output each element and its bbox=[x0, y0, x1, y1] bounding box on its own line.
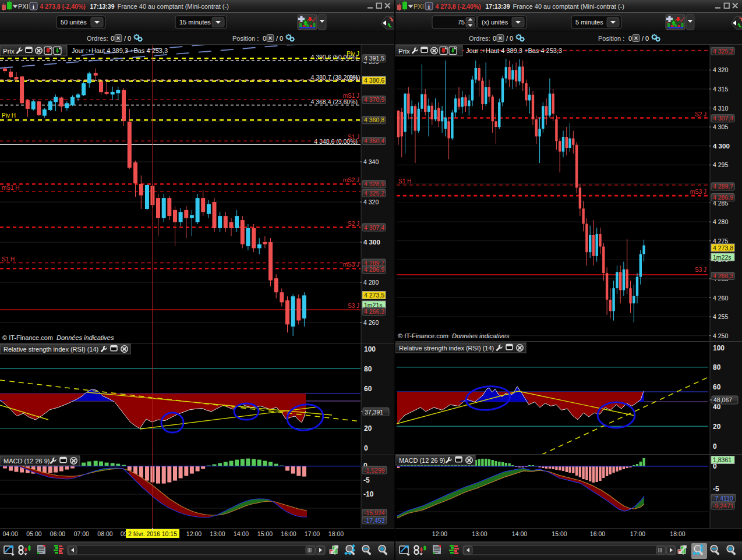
svg-text:4 300: 4 300 bbox=[713, 143, 730, 150]
svg-text:Ordres:: Ordres: bbox=[87, 35, 108, 42]
svg-text:15:00: 15:00 bbox=[552, 530, 567, 537]
svg-text:1,8361: 1,8361 bbox=[713, 456, 732, 463]
svg-text:-5: -5 bbox=[713, 485, 719, 493]
svg-text:Relative strength index (RSI): Relative strength index (RSI) (14) bbox=[399, 345, 494, 352]
svg-text:mS3 J: mS3 J bbox=[690, 189, 706, 195]
svg-text:S3 J: S3 J bbox=[348, 303, 359, 309]
svg-text:-1,5299: -1,5299 bbox=[364, 467, 385, 474]
svg-text:13:00: 13:00 bbox=[472, 530, 487, 537]
svg-text:-10: -10 bbox=[363, 490, 374, 498]
svg-text:4 286,9: 4 286,9 bbox=[364, 266, 384, 273]
svg-text:-7,4110: -7,4110 bbox=[713, 495, 733, 502]
svg-text:100: 100 bbox=[364, 345, 376, 353]
svg-text:48,067: 48,067 bbox=[713, 396, 732, 403]
svg-text:4 266,3: 4 266,3 bbox=[713, 272, 733, 279]
svg-text:17:00: 17:00 bbox=[305, 530, 320, 537]
svg-text:mS3 J: mS3 J bbox=[343, 261, 359, 268]
svg-text:0: 0 bbox=[628, 35, 632, 42]
svg-text:MACD (12 26 9): MACD (12 26 9) bbox=[399, 457, 445, 464]
svg-text:5 minutes: 5 minutes bbox=[575, 19, 603, 26]
svg-text:mS1 H: mS1 H bbox=[2, 185, 20, 191]
svg-text:S3 J: S3 J bbox=[695, 267, 706, 273]
svg-text:4 266,3: 4 266,3 bbox=[364, 308, 384, 315]
svg-text:/ 0: / 0 bbox=[642, 35, 649, 42]
svg-text:Prix: Prix bbox=[3, 48, 15, 55]
svg-text:4 391,5: 4 391,5 bbox=[364, 55, 384, 62]
svg-text:4 328,9: 4 328,9 bbox=[364, 180, 384, 187]
svg-text:16:00: 16:00 bbox=[590, 530, 605, 537]
svg-text:13:00: 13:00 bbox=[210, 530, 225, 537]
svg-text:4 315: 4 315 bbox=[713, 86, 728, 93]
svg-text:1m21s: 1m21s bbox=[364, 302, 383, 309]
svg-text:4 305: 4 305 bbox=[713, 123, 728, 130]
svg-text:Données indicatives: Données indicatives bbox=[452, 332, 510, 339]
svg-text:4 307,4: 4 307,4 bbox=[364, 224, 384, 231]
svg-text:Données indicatives: Données indicatives bbox=[56, 334, 114, 341]
svg-text:37,391: 37,391 bbox=[365, 409, 383, 416]
svg-text:France 40 au comptant (Mini-co: France 40 au comptant (Mini-contrat (-) bbox=[513, 3, 624, 10]
svg-text:Piv J: Piv J bbox=[347, 51, 359, 57]
svg-text:20: 20 bbox=[364, 424, 372, 433]
svg-text:04:00: 04:00 bbox=[2, 530, 17, 537]
svg-text:75: 75 bbox=[458, 19, 465, 26]
svg-text:4 260: 4 260 bbox=[713, 295, 728, 302]
svg-text:80: 80 bbox=[364, 365, 372, 373]
svg-text:17:00: 17:00 bbox=[630, 530, 645, 537]
svg-text:S1 H: S1 H bbox=[2, 256, 15, 263]
svg-text:12:00: 12:00 bbox=[432, 530, 447, 537]
svg-text:Position :: Position : bbox=[598, 35, 624, 42]
svg-text:100: 100 bbox=[713, 344, 725, 352]
svg-text:-15,924: -15,924 bbox=[364, 509, 385, 516]
svg-text:17:13:39: 17:13:39 bbox=[486, 3, 510, 10]
svg-text:4 310: 4 310 bbox=[713, 105, 728, 112]
svg-text:4 360,8: 4 360,8 bbox=[364, 116, 384, 123]
svg-text:4 280: 4 280 bbox=[713, 218, 728, 225]
svg-text:-17,453: -17,453 bbox=[364, 517, 385, 524]
svg-text:Relative strength index (RSI): Relative strength index (RSI) (14) bbox=[3, 346, 98, 353]
svg-text:4 320: 4 320 bbox=[363, 199, 379, 205]
svg-text:20: 20 bbox=[713, 423, 721, 431]
svg-text:16:00: 16:00 bbox=[281, 530, 296, 537]
svg-text:Jour :+Haut 4 389,3 +Bas 4 253: Jour :+Haut 4 389,3 +Bas 4 253,3 bbox=[72, 47, 168, 54]
svg-text:France 40 au comptant (Mini-co: France 40 au comptant (Mini-contrat (-) bbox=[118, 3, 229, 10]
svg-text:S2 J: S2 J bbox=[695, 111, 706, 118]
svg-text:4 307,4: 4 307,4 bbox=[713, 115, 733, 122]
svg-text:PXI: PXI bbox=[18, 3, 29, 10]
svg-text:2 févr. 2016 10:15: 2 févr. 2016 10:15 bbox=[128, 530, 177, 537]
svg-text:0: 0 bbox=[263, 35, 266, 42]
svg-text:4 280: 4 280 bbox=[363, 279, 379, 286]
svg-text:4 275: 4 275 bbox=[713, 238, 728, 244]
svg-text:4 325,2: 4 325,2 bbox=[713, 48, 733, 55]
svg-text:17:13:39: 17:13:39 bbox=[90, 3, 115, 10]
svg-text:60: 60 bbox=[364, 385, 372, 393]
svg-text:Ordres:: Ordres: bbox=[469, 35, 490, 42]
svg-text:15:00: 15:00 bbox=[257, 530, 273, 537]
svg-text:© IT-Finance.com: © IT-Finance.com bbox=[2, 334, 53, 341]
svg-text:PXI: PXI bbox=[414, 3, 424, 10]
svg-text:60: 60 bbox=[713, 383, 721, 391]
svg-text:18:00: 18:00 bbox=[670, 530, 685, 537]
svg-text:4 289,7: 4 289,7 bbox=[364, 260, 384, 267]
svg-text:/ 0: / 0 bbox=[276, 35, 283, 42]
svg-text:4 255: 4 255 bbox=[713, 313, 728, 320]
svg-text:4 289,7: 4 289,7 bbox=[713, 183, 733, 190]
svg-text:12:00: 12:00 bbox=[186, 530, 202, 537]
svg-text:S1 J: S1 J bbox=[348, 134, 359, 140]
svg-text:15 minutes: 15 minutes bbox=[179, 19, 211, 26]
svg-text:4 380,6: 4 380,6 bbox=[364, 77, 384, 84]
svg-text:0: 0 bbox=[111, 35, 114, 42]
svg-text:S1 H: S1 H bbox=[398, 178, 411, 185]
svg-text:-5: -5 bbox=[363, 476, 370, 484]
svg-text:06:00: 06:00 bbox=[50, 530, 65, 537]
svg-text:S2 J: S2 J bbox=[348, 221, 359, 227]
svg-text:50 unités: 50 unités bbox=[61, 19, 87, 26]
svg-text:18:00: 18:00 bbox=[328, 530, 344, 537]
svg-text:/ 0: / 0 bbox=[124, 35, 131, 42]
svg-text:4 273,8: 4 273,8 bbox=[713, 244, 733, 251]
svg-text:4 340: 4 340 bbox=[363, 158, 379, 165]
svg-text:mS2 J: mS2 J bbox=[343, 177, 359, 183]
svg-text:1m22s: 1m22s bbox=[713, 254, 732, 261]
svg-text:0: 0 bbox=[493, 35, 496, 42]
svg-text:4 286,9: 4 286,9 bbox=[713, 194, 733, 201]
svg-text:4 295: 4 295 bbox=[713, 161, 728, 168]
